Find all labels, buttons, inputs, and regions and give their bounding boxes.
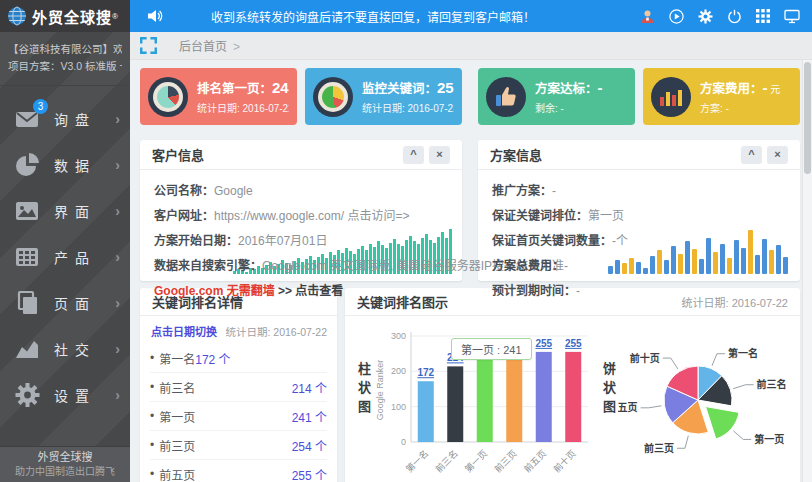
keyword-chart-panel: 关键词排名图示 统计日期: 2016-07-22 柱状图 0100200300G… bbox=[345, 288, 800, 482]
bullet-icon: • bbox=[150, 409, 154, 423]
collapse-button[interactable]: ^ bbox=[741, 146, 762, 164]
rank-row-第一名[interactable]: •第一名172 个 bbox=[150, 344, 327, 373]
unread-badge: 3 bbox=[33, 99, 48, 114]
rank-count[interactable]: 241 个 bbox=[292, 408, 327, 425]
plan-info-panel: 方案信息 ^ × 推广方案：-保证关键词排位：第一页保证首页关键词数量：-个方案… bbox=[478, 140, 800, 281]
welcome-text: 【谷道科技有限公司】欢迎您! bbox=[8, 41, 122, 58]
stat-card-4[interactable]: 方案费用：- 元方案: - bbox=[643, 68, 800, 125]
monitor-icon[interactable] bbox=[784, 8, 800, 24]
sidebar-item-image[interactable]: 界面› bbox=[0, 188, 130, 234]
pie-chart-vertical-label: 饼状图 bbox=[598, 362, 618, 478]
info-value: 第一页 bbox=[588, 209, 624, 223]
avatar[interactable] bbox=[639, 8, 655, 24]
info-row: 方案开始日期：2016年07月01日 bbox=[154, 229, 448, 254]
power-icon[interactable] bbox=[726, 8, 742, 24]
bar-前三名[interactable] bbox=[447, 366, 463, 442]
info-row: 方案总费用：- bbox=[492, 254, 786, 279]
sidebar-item-grid[interactable]: 产品› bbox=[0, 234, 130, 280]
bar-x-label: 前三名 bbox=[433, 448, 460, 475]
sidebar-item-chart[interactable]: 社交› bbox=[0, 326, 130, 372]
breadcrumb[interactable]: 后台首页> bbox=[179, 37, 240, 54]
close-button[interactable]: × bbox=[767, 146, 788, 164]
footer-brand: 外贸全球搜 bbox=[0, 450, 130, 465]
sidebar-item-mail[interactable]: 3询盘› bbox=[0, 96, 130, 142]
info-value: - bbox=[576, 284, 580, 298]
rank-count[interactable]: 254 个 bbox=[292, 437, 327, 454]
stat-date: 统计日期: 2016-07-22 bbox=[225, 326, 327, 338]
info-label: 保证关键词排位： bbox=[492, 209, 588, 223]
expand-arrows-icon[interactable] bbox=[140, 37, 157, 54]
info-label: 客户网址： bbox=[154, 209, 214, 223]
collapse-button[interactable]: ^ bbox=[403, 146, 424, 164]
sidebar-item-label: 询盘 bbox=[54, 109, 115, 129]
play-icon[interactable] bbox=[668, 8, 684, 24]
pie-chart[interactable]: 第一名前三名第一页前三页前五页前十页 bbox=[618, 320, 796, 478]
sidebar-item-pie[interactable]: 数据› bbox=[0, 142, 130, 188]
stat-card-text: 方案达标：-剩余: - bbox=[535, 78, 603, 115]
sidebar-item-label: 数据 bbox=[54, 155, 115, 175]
rank-row-前三名[interactable]: •前三名214 个 bbox=[150, 373, 327, 402]
info-value: - bbox=[552, 184, 556, 198]
bar-第一页[interactable] bbox=[477, 357, 493, 442]
pie-label: 第一名 bbox=[728, 347, 758, 359]
registered-mark: ® bbox=[112, 12, 118, 21]
info-label: 数据来自搜索引擎： bbox=[154, 259, 262, 273]
info-row: 推广方案：- bbox=[492, 179, 786, 204]
customer-panel-body: 公司名称：Google客户网址：https://www.google.com/ … bbox=[140, 170, 462, 304]
info-value: 2016年07月01日 bbox=[238, 234, 327, 248]
bar-x-label: 第一名 bbox=[403, 448, 430, 475]
scrollbar-thumb[interactable] bbox=[804, 62, 811, 174]
rank-count[interactable]: 255 个 bbox=[292, 466, 327, 482]
bar-第一名[interactable] bbox=[418, 381, 434, 442]
sidebar-item-pages[interactable]: 页面› bbox=[0, 280, 130, 326]
pages-icon bbox=[14, 290, 42, 316]
info-label: 预计到期时间： bbox=[492, 284, 576, 298]
panel-title: 方案信息 bbox=[490, 145, 542, 164]
stat-card-2[interactable]: 监控关键词：258 个统计日期: 2016-07-22 bbox=[305, 68, 462, 125]
bar-前十页[interactable] bbox=[565, 352, 581, 442]
rank-row-前五页[interactable]: •前五页255 个 bbox=[150, 460, 327, 482]
bar-前五页[interactable] bbox=[536, 352, 552, 442]
stat-card-subtitle: 统计日期: 2016-07-22 bbox=[362, 100, 454, 115]
rank-row-第一页[interactable]: •第一页241 个 bbox=[150, 402, 327, 431]
sidebar-item-gear[interactable]: 设置› bbox=[0, 372, 130, 418]
info-label: 方案总费用： bbox=[492, 259, 564, 273]
stat-card-text: 监控关键词：258 个统计日期: 2016-07-22 bbox=[362, 78, 454, 115]
rank-count[interactable]: 214 个 bbox=[292, 379, 327, 396]
apps-grid-icon[interactable] bbox=[755, 8, 771, 24]
thumb-up-icon bbox=[486, 77, 526, 117]
rank-count[interactable]: 172 个 bbox=[195, 350, 230, 367]
chevron-right-icon: › bbox=[115, 387, 120, 403]
vpn-free-link[interactable]: Google.com 无需翻墙 >> 点击查看 bbox=[154, 279, 448, 304]
rank-row-前三页[interactable]: •前三页254 个 bbox=[150, 431, 327, 460]
stat-card-title: 方案费用：- 元 bbox=[700, 78, 780, 97]
sidebar-item-label: 设置 bbox=[54, 385, 115, 405]
bar-stats-icon bbox=[651, 77, 691, 117]
svg-text:0: 0 bbox=[401, 437, 406, 447]
svg-text:100: 100 bbox=[391, 402, 406, 412]
bullet-icon: • bbox=[150, 438, 154, 452]
customer-panel-header: 客户信息 ^ × bbox=[140, 140, 462, 170]
top-announcement-bar: 收到系统转发的询盘后请不要直接回复，请回复到客户邮箱！ bbox=[130, 0, 812, 32]
breadcrumb-bar: 后台首页> bbox=[130, 32, 812, 60]
stat-card-title: 排名第一页：241 个 bbox=[197, 78, 289, 97]
bar-前三页[interactable] bbox=[506, 352, 522, 442]
chevron-right-icon: › bbox=[115, 157, 120, 173]
chart-tooltip: 第一页 : 241 bbox=[451, 338, 532, 360]
pie-slice-第一页[interactable] bbox=[706, 407, 739, 439]
info-value: https://www.google.com/ 点击访问=> bbox=[214, 209, 409, 223]
gear-icon[interactable] bbox=[697, 8, 713, 24]
close-button[interactable]: × bbox=[429, 146, 450, 164]
svg-text:300: 300 bbox=[391, 331, 406, 341]
stat-card-1[interactable]: 排名第一页：241 个统计日期: 2016-07-22 bbox=[140, 68, 297, 125]
sidebar-item-label: 社交 bbox=[54, 339, 115, 359]
keyword-detail-panel: 关键词排名详情 点击日期切换 统计日期: 2016-07-22 •第一名172 … bbox=[140, 288, 337, 482]
info-label: 方案开始日期： bbox=[154, 234, 238, 248]
info-label: 保证首页关键词数量： bbox=[492, 234, 612, 248]
rank-label: 第一页 bbox=[159, 408, 195, 425]
stat-card-subtitle: 剩余: - bbox=[535, 100, 603, 115]
scrollbar-track[interactable] bbox=[802, 60, 812, 482]
date-switch-link[interactable]: 点击日期切换 bbox=[151, 326, 217, 338]
stat-card-3[interactable]: 方案达标：-剩余: - bbox=[478, 68, 635, 125]
bar-value-label: 172 bbox=[417, 367, 434, 378]
